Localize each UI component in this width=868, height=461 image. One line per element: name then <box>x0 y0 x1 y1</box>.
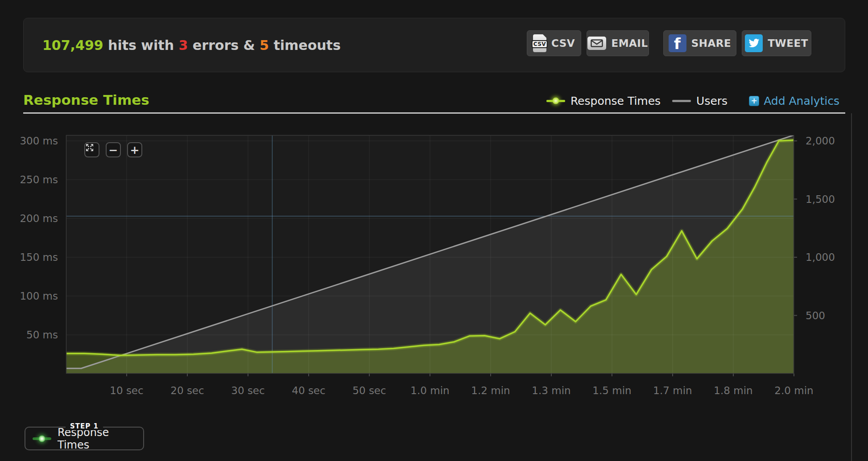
legend-label: Users <box>696 95 727 107</box>
page: 107,499 hits with 3 errors & 5 timeouts … <box>0 0 868 461</box>
x-axis-tick-label: 40 sec <box>278 384 339 397</box>
chart-plot-area[interactable]: − + <box>66 135 794 374</box>
x-axis-tick-label: 1.5 min <box>582 384 642 397</box>
errors-count: 3 <box>179 37 188 53</box>
y-right-tick-label: 1,500 <box>806 193 855 206</box>
y-left-tick-label: 200 ms <box>7 212 58 225</box>
twitter-icon <box>745 34 763 52</box>
y-right-tick-label: 2,000 <box>806 134 855 148</box>
response-times-swatch-icon <box>546 100 565 102</box>
x-axis-tick-label: 1.2 min <box>460 384 521 397</box>
csv-button-label: CSV <box>551 37 575 49</box>
summary-text-part: hits with <box>103 37 179 53</box>
y-left-tick-label: 300 ms <box>7 134 58 148</box>
y-left-tick-label: 150 ms <box>7 251 58 264</box>
y-left-tick-label: 50 ms <box>7 328 58 342</box>
minus-icon: − <box>109 144 118 156</box>
chart-zoom-out-button[interactable]: − <box>106 142 121 157</box>
step-series-swatch-icon <box>33 437 51 440</box>
x-axis-tick-label: 1.7 min <box>642 384 703 397</box>
summary-text-part: errors & <box>188 37 260 53</box>
y-right-tick-label: 1,000 <box>806 251 855 264</box>
section-divider <box>23 112 845 114</box>
share-button-label: SHARE <box>691 37 732 49</box>
add-plus-icon: + <box>749 96 759 106</box>
y-left-tick-label: 100 ms <box>7 289 58 303</box>
x-axis-tick-label: 1.0 min <box>400 384 460 397</box>
page-title: Response Times <box>23 92 149 108</box>
csv-file-icon: CSV <box>533 34 546 52</box>
legend-label: Response Times <box>570 95 661 107</box>
x-axis-tick-label: 2.0 min <box>764 384 824 397</box>
email-button-label: EMAIL <box>611 37 648 49</box>
chart-reset-zoom-button[interactable] <box>84 142 99 157</box>
chart-zoom-in-button[interactable]: + <box>127 142 142 157</box>
summary-text-part: timeouts <box>269 37 341 53</box>
hits-count: 107,499 <box>42 37 103 53</box>
content-right-border <box>851 113 852 461</box>
x-axis-tick-label: 10 sec <box>96 384 157 397</box>
csv-button[interactable]: CSV CSV <box>527 30 581 56</box>
legend-item-users[interactable]: Users <box>672 95 727 107</box>
x-axis-tick-label: 20 sec <box>157 384 218 397</box>
x-axis-tick-label: 30 sec <box>218 384 278 397</box>
tweet-button-label: TWEET <box>768 37 808 49</box>
facebook-icon: f <box>669 34 686 52</box>
y-right-tick-label: 500 <box>806 309 855 322</box>
timeouts-count: 5 <box>260 37 269 53</box>
add-analytics-label: Add Analytics <box>764 95 839 107</box>
plus-icon: + <box>130 144 140 156</box>
step-1-panel[interactable]: STEP 1 Response Times <box>25 427 144 450</box>
step-number-label: STEP 1 <box>66 422 103 430</box>
x-axis-tick-label: 1.8 min <box>703 384 764 397</box>
y-left-tick-label: 250 ms <box>7 173 58 186</box>
share-button[interactable]: f SHARE <box>663 30 736 56</box>
email-icon <box>587 37 606 50</box>
summary-panel: 107,499 hits with 3 errors & 5 timeouts … <box>23 18 845 72</box>
chart-svg <box>66 135 794 374</box>
users-swatch-icon <box>672 100 691 102</box>
x-axis-tick-label: 50 sec <box>339 384 400 397</box>
chart-legend: Response Times Users + Add Analytics <box>546 91 839 111</box>
legend-item-response-times[interactable]: Response Times <box>546 95 661 107</box>
add-analytics-link[interactable]: + Add Analytics <box>749 95 839 107</box>
tweet-button[interactable]: TWEET <box>742 30 811 56</box>
email-button[interactable]: EMAIL <box>587 30 649 56</box>
x-axis-tick-label: 1.3 min <box>521 384 582 397</box>
expand-arrows-icon <box>85 143 94 152</box>
summary-text: 107,499 hits with 3 errors & 5 timeouts <box>42 18 341 72</box>
